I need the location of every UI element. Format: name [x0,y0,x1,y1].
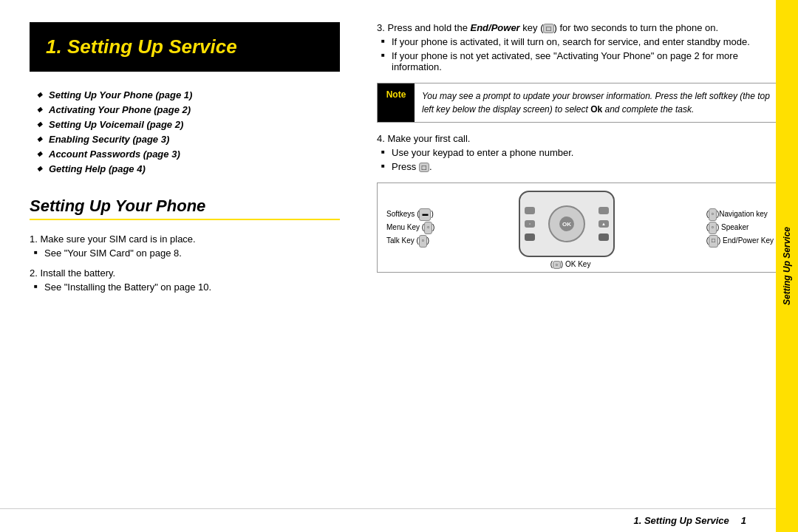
toc-item: Account Passwords (page 3) [37,149,340,160]
phone-side-left: ▫ [525,207,535,241]
step-3-bullet-1: If your phone is activated, it will turn… [377,36,783,47]
phone-body: ▫ OK ▲ [519,191,615,257]
talk-key-label: Talk Key (▫) [386,234,434,248]
end-power-label: (□) End/Power Key [706,234,774,248]
navigation-key-label: (▫)Navigation key [706,208,774,221]
toc-item: Setting Up Your Phone (page 1) [37,89,340,100]
step-1-bullet: See "Your SIM Card" on page 8. [30,248,340,259]
step-2: 2. Install the battery. See "Installing … [30,267,340,293]
step-4-bullet-1: Use your keypad to enter a phone number. [377,147,783,158]
note-label: Note [378,83,415,122]
phone-body-wrapper: ▫ OK ▲ (▫) OK Key [519,191,622,265]
toc-item: Getting Help (page 4) [37,163,340,174]
step-number: 4. [377,133,387,144]
step-2-bullet: See "Installing the Battery" on page 10. [30,282,340,293]
phone-diagram: Softkeys (▬) Menu Key (▫) Talk Key (▫) ▫… [377,183,783,273]
step-text: Install the battery. [40,267,115,279]
step-3-bullet-2: If your phone is not yet activated, see … [377,50,783,72]
step-4-bullet-2: Press □. [377,161,783,172]
left-column: 1. Setting Up Service Setting Up Your Ph… [0,0,362,532]
left-steps-list: 1. Make sure your SIM card is in place. … [30,233,340,293]
right-softkey [598,207,609,214]
diagram-left-labels: Softkeys (▬) Menu Key (▫) Talk Key (▫) [386,208,434,248]
toc-item: Enabling Security (page 3) [37,134,340,145]
chapter-title-box: 1. Setting Up Service [30,22,340,72]
right-column: 3. Press and hold the End/Power key (□) … [362,0,798,532]
step-3: 3. Press and hold the End/Power key (□) … [377,22,783,72]
ok-key: OK [559,216,574,231]
phone-side-right: ▲ [598,207,609,241]
section-heading: Setting Up Your Phone [30,197,340,220]
diagram-inner: Softkeys (▬) Menu Key (▫) Talk Key (▫) ▫… [386,191,774,265]
left-softkey [525,207,535,214]
step-number: 3. [377,22,387,33]
right-steps-list-2: 4. Make your first call. Use your keypad… [377,133,783,172]
step-4: 4. Make your first call. Use your keypad… [377,133,783,172]
page-container: 1. Setting Up Service Setting Up Your Ph… [0,0,798,532]
toc-item: Activating Your Phone (page 2) [37,104,340,115]
speaker-key: ▲ [598,220,609,228]
diagram-right-labels: (▫)Navigation key (▫) Speaker (□) End/Po… [706,208,774,248]
menu-key-label: Menu Key (▫) [386,221,434,234]
talk-key [525,233,535,241]
side-tab: Setting Up Service [776,0,798,532]
step-text: Make sure your SIM card is in place. [40,233,195,245]
ok-label: (▫) OK Key [519,260,622,269]
nav-ring: OK [548,205,585,242]
note-box: Note You may see a prompt to update your… [377,83,783,123]
toc-item: Setting Up Voicemail (page 2) [37,119,340,130]
menu-key: ▫ [525,220,535,228]
step-1: 1. Make sure your SIM card is in place. … [30,233,340,259]
step-text: Make your first call. [387,133,470,144]
note-content: You may see a prompt to update your brow… [415,83,782,122]
toc-list: Setting Up Your Phone (page 1) Activatin… [30,89,340,174]
chapter-title: 1. Setting Up Service [46,35,237,58]
footer-page-number: 1 [741,515,746,526]
end-power-key [598,233,609,241]
speaker-label: (▫) Speaker [706,221,774,234]
step-number: 1. [30,233,40,245]
footer: 1. Setting Up Service 1 [0,508,776,532]
footer-chapter-text: 1. Setting Up Service [633,515,729,526]
side-tab-text: Setting Up Service [782,227,792,305]
step-text: Press and hold the End/Power key (□) for… [387,22,718,33]
softkeys-label: Softkeys (▬) [386,208,434,221]
step-number: 2. [30,267,40,279]
right-steps-list: 3. Press and hold the End/Power key (□) … [377,22,783,72]
